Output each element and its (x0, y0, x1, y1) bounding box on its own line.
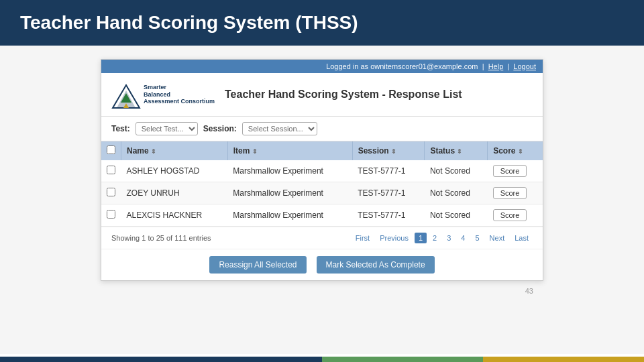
page-2-link[interactable]: 2 (429, 233, 441, 243)
row-session: TEST-5777-1 (352, 160, 425, 182)
logo-icon (111, 80, 141, 109)
bar-green (322, 357, 483, 362)
row-item: Marshmallow Experiment (227, 182, 352, 204)
page-3-link[interactable]: 3 (443, 233, 455, 243)
col-status: Status ⇕ (425, 141, 488, 160)
app-header: Smarter Balanced Assessment Consortium T… (101, 73, 543, 117)
row-checkbox-cell (101, 160, 121, 182)
logged-in-text: Logged in as ownitemscorer01@example.com (326, 62, 478, 70)
app-window: Logged in as ownitemscorer01@example.com… (101, 59, 543, 281)
bar-blue (0, 357, 322, 362)
prev-page-link[interactable]: Previous (376, 233, 413, 243)
session-label: Session: (203, 124, 237, 133)
row-session: TEST-5777-1 (352, 204, 425, 227)
col-score: Score ⇕ (488, 141, 543, 160)
row-item: Marshmallow Experiment (227, 204, 352, 227)
table-header-row: Name ⇕ Item ⇕ Session ⇕ Status ⇕ Score ⇕ (101, 141, 543, 160)
row-status: Not Scored (425, 182, 488, 204)
row-name: ALEXCIS HACKNER (121, 204, 228, 227)
bottom-bar (0, 357, 644, 362)
response-table: Name ⇕ Item ⇕ Session ⇕ Status ⇕ Score ⇕… (101, 141, 543, 227)
row-session: TEST-5777-1 (352, 182, 425, 204)
app-title: Teacher Hand Scoring System - Response L… (225, 88, 462, 101)
score-button[interactable]: Score (493, 187, 527, 199)
last-page-link[interactable]: Last (511, 233, 533, 243)
action-buttons: Reassign All Selected Mark Selected As C… (101, 249, 543, 280)
logo-text: Smarter Balanced Assessment Consortium (144, 84, 215, 105)
page-4-link[interactable]: 4 (457, 233, 469, 243)
col-item: Item ⇕ (227, 141, 352, 160)
page-5-link[interactable]: 5 (471, 233, 483, 243)
score-button[interactable]: Score (493, 165, 527, 177)
row-checkbox-cell (101, 182, 121, 204)
pagination-area: Showing 1 to 25 of 111 entries First Pre… (101, 227, 543, 249)
row-checkbox[interactable] (107, 166, 115, 174)
help-link[interactable]: Help (488, 62, 504, 70)
score-button[interactable]: Score (493, 209, 527, 221)
footer: 43 (101, 281, 543, 298)
test-label: Test: (111, 124, 130, 133)
row-status: Not Scored (425, 160, 488, 182)
row-score: Score (488, 182, 543, 204)
header: Teacher Hand Scoring System (THSS) (0, 0, 644, 46)
select-all-checkbox[interactable] (107, 145, 115, 154)
row-checkbox[interactable] (107, 210, 115, 219)
page-number: 43 (525, 287, 533, 295)
col-name: Name ⇕ (121, 141, 228, 160)
main-content: Logged in as ownitemscorer01@example.com… (0, 46, 644, 354)
test-select[interactable]: Select Test... (136, 122, 198, 135)
filters: Test: Select Test... Session: Select Ses… (101, 117, 543, 141)
bar-gold (483, 357, 644, 362)
row-checkbox-cell (101, 204, 121, 227)
mark-complete-button[interactable]: Mark Selected As Complete (317, 256, 435, 274)
table-row: ZOEY UNRUH Marshmallow Experiment TEST-5… (101, 182, 543, 204)
row-item: Marshmallow Experiment (227, 160, 352, 182)
row-score: Score (488, 160, 543, 182)
showing-text: Showing 1 to 25 of 111 entries (111, 234, 211, 242)
page-1-link[interactable]: 1 (415, 233, 427, 243)
page-title: Teacher Hand Scoring System (THSS) (20, 12, 358, 34)
row-checkbox[interactable] (107, 188, 115, 196)
row-score: Score (488, 204, 543, 227)
first-page-link[interactable]: First (352, 233, 374, 243)
logo-area: Smarter Balanced Assessment Consortium (111, 80, 215, 109)
table-row: ALEXCIS HACKNER Marshmallow Experiment T… (101, 204, 543, 227)
row-name: ASHLEY HOGSTAD (121, 160, 228, 182)
logout-link[interactable]: Logout (513, 62, 536, 70)
session-select[interactable]: Select Session... (242, 122, 317, 135)
reassign-button[interactable]: Reassign All Selected (209, 256, 306, 274)
pagination-controls: First Previous 1 2 3 4 5 Next Last (352, 233, 533, 243)
table-row: ASHLEY HOGSTAD Marshmallow Experiment TE… (101, 160, 543, 182)
col-checkbox (101, 141, 121, 160)
top-bar: Logged in as ownitemscorer01@example.com… (101, 60, 543, 73)
next-page-link[interactable]: Next (486, 233, 509, 243)
row-status: Not Scored (425, 204, 488, 227)
row-name: ZOEY UNRUH (121, 182, 228, 204)
col-session: Session ⇕ (352, 141, 425, 160)
